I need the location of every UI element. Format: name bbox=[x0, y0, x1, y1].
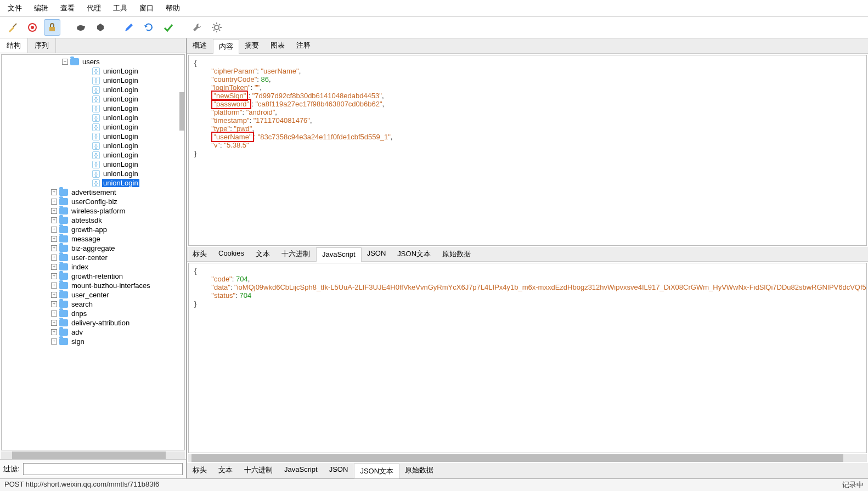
tab-标头[interactable]: 标头 bbox=[187, 247, 213, 261]
menu-item[interactable]: 文件 bbox=[4, 2, 25, 14]
tree-row[interactable]: {}unionLogin bbox=[2, 141, 184, 150]
tree-row[interactable]: {}unionLogin bbox=[2, 160, 184, 169]
tree-row[interactable]: +mount-buzhou-interfaces bbox=[2, 281, 184, 290]
tree-row[interactable]: +adv bbox=[2, 328, 184, 337]
request-json-pane[interactable]: { "cipherParam": "userName", "countryCod… bbox=[188, 55, 867, 246]
tab-图表[interactable]: 图表 bbox=[265, 38, 291, 53]
response-json-pane[interactable]: { "code": 704, "data": "ioMQj09wkd6CbLij… bbox=[188, 263, 867, 454]
turtle-dark-icon[interactable] bbox=[72, 19, 89, 36]
tab-原始数据[interactable]: 原始数据 bbox=[437, 247, 477, 261]
tree-row[interactable]: +user-center bbox=[2, 253, 184, 262]
tree-label: unionLogin bbox=[102, 76, 139, 84]
tree-expander[interactable]: + bbox=[51, 320, 57, 326]
tree-expander[interactable]: + bbox=[51, 189, 57, 195]
menu-item[interactable]: 帮助 bbox=[162, 2, 183, 14]
refresh-icon[interactable] bbox=[140, 19, 157, 36]
tab-JavaScript[interactable]: JavaScript bbox=[279, 463, 324, 478]
tree-expander[interactable]: + bbox=[51, 283, 57, 289]
tree-row[interactable]: {}unionLogin bbox=[2, 85, 184, 94]
tree-row[interactable]: +abtestsdk bbox=[2, 216, 184, 225]
tree-row[interactable]: +search bbox=[2, 300, 184, 309]
tab-文本[interactable]: 文本 bbox=[213, 463, 239, 478]
tree-row[interactable]: −users bbox=[2, 57, 184, 66]
tree-row[interactable]: +index bbox=[2, 262, 184, 272]
tab-标头[interactable]: 标头 bbox=[187, 463, 213, 478]
menu-item[interactable]: 编辑 bbox=[31, 2, 52, 14]
tree-expander[interactable]: + bbox=[51, 255, 57, 261]
tree-hscrollbar[interactable] bbox=[1, 452, 185, 459]
tree-expander[interactable]: + bbox=[51, 236, 57, 242]
tree-expander[interactable]: + bbox=[51, 273, 57, 279]
tree-vscrollbar[interactable] bbox=[179, 92, 185, 131]
tab-摘要[interactable]: 摘要 bbox=[239, 38, 265, 53]
left-tab[interactable]: 结构 bbox=[0, 38, 28, 53]
tree-expander[interactable]: + bbox=[51, 338, 57, 345]
tab-Cookies[interactable]: Cookies bbox=[213, 247, 250, 261]
tree-expander[interactable]: + bbox=[51, 217, 57, 223]
tree-row[interactable]: +dnps bbox=[2, 309, 184, 318]
tree-row[interactable]: +growth-retention bbox=[2, 272, 184, 281]
tree-label: growth-app bbox=[70, 225, 108, 234]
tab-JSON文本[interactable]: JSON文本 bbox=[354, 464, 399, 478]
tree-row[interactable]: {}unionLogin bbox=[2, 113, 184, 122]
menu-item[interactable]: 查看 bbox=[57, 2, 78, 14]
tab-JSON[interactable]: JSON bbox=[324, 463, 354, 478]
response-hscrollbar[interactable] bbox=[188, 454, 867, 462]
tree-row[interactable]: +delivery-attribution bbox=[2, 318, 184, 328]
tree-expander[interactable]: + bbox=[51, 245, 57, 251]
tree-expander[interactable]: + bbox=[51, 292, 57, 298]
tree-label: user-center bbox=[70, 253, 109, 262]
tree-row[interactable]: +biz-aggregate bbox=[2, 244, 184, 253]
filter-input[interactable] bbox=[23, 463, 183, 475]
broom-icon[interactable] bbox=[4, 19, 21, 36]
menu-item[interactable]: 工具 bbox=[110, 2, 131, 14]
toolbar bbox=[0, 17, 868, 38]
check-icon[interactable] bbox=[160, 19, 177, 36]
tree-row[interactable]: +wireless-platform bbox=[2, 206, 184, 216]
hex-icon[interactable] bbox=[92, 19, 109, 36]
tree-row[interactable]: +advertisement bbox=[2, 188, 184, 197]
tab-JavaScript[interactable]: JavaScript bbox=[316, 247, 362, 262]
tree-row[interactable]: {}unionLogin bbox=[2, 66, 184, 76]
tree-row[interactable]: +sign bbox=[2, 337, 184, 346]
tree-expander[interactable]: + bbox=[51, 311, 57, 317]
tree-expander[interactable]: + bbox=[51, 227, 57, 233]
tree-expander[interactable]: + bbox=[51, 301, 57, 307]
tab-注释[interactable]: 注释 bbox=[291, 38, 317, 53]
tree-row[interactable]: {}unionLogin bbox=[2, 76, 184, 85]
tab-原始数据[interactable]: 原始数据 bbox=[399, 463, 439, 478]
tree-row[interactable]: +userConfig-biz bbox=[2, 197, 184, 206]
tree-expander[interactable]: + bbox=[51, 208, 57, 214]
tab-十六进制[interactable]: 十六进制 bbox=[276, 247, 316, 261]
tree-row[interactable]: {}unionLogin bbox=[2, 169, 184, 178]
tree-expander[interactable]: − bbox=[62, 59, 68, 65]
tree-row[interactable]: {}unionLogin bbox=[2, 104, 184, 113]
record-icon[interactable] bbox=[24, 19, 41, 36]
tree-row[interactable]: {}unionLogin bbox=[2, 94, 184, 104]
tree-row[interactable]: {}unionLogin bbox=[2, 132, 184, 141]
tree-expander[interactable]: + bbox=[51, 199, 57, 205]
pen-icon[interactable] bbox=[121, 19, 137, 36]
tree-row[interactable]: {}unionLogin bbox=[2, 178, 184, 188]
menu-item[interactable]: 窗口 bbox=[136, 2, 157, 14]
tab-JSON文本[interactable]: JSON文本 bbox=[392, 247, 437, 261]
tab-概述[interactable]: 概述 bbox=[187, 38, 213, 53]
tree-label: unionLogin bbox=[102, 114, 139, 122]
tree-expander[interactable]: + bbox=[51, 264, 57, 270]
tree-row[interactable]: +growth-app bbox=[2, 225, 184, 234]
left-tab[interactable]: 序列 bbox=[28, 38, 56, 53]
tab-文本[interactable]: 文本 bbox=[250, 247, 276, 261]
tree-expander[interactable]: + bbox=[51, 329, 57, 335]
tab-十六进制[interactable]: 十六进制 bbox=[239, 463, 279, 478]
lock-icon[interactable] bbox=[44, 19, 60, 36]
tree-row[interactable]: +message bbox=[2, 234, 184, 244]
gear-icon[interactable] bbox=[208, 19, 225, 36]
tab-JSON[interactable]: JSON bbox=[362, 247, 392, 261]
tree[interactable]: −users{}unionLogin{}unionLogin{}unionLog… bbox=[1, 54, 185, 450]
wrench-icon[interactable] bbox=[189, 19, 205, 36]
menu-item[interactable]: 代理 bbox=[83, 2, 104, 14]
tree-row[interactable]: {}unionLogin bbox=[2, 122, 184, 132]
tree-row[interactable]: +user_center bbox=[2, 290, 184, 300]
tree-row[interactable]: {}unionLogin bbox=[2, 150, 184, 160]
tab-内容[interactable]: 内容 bbox=[213, 39, 239, 54]
